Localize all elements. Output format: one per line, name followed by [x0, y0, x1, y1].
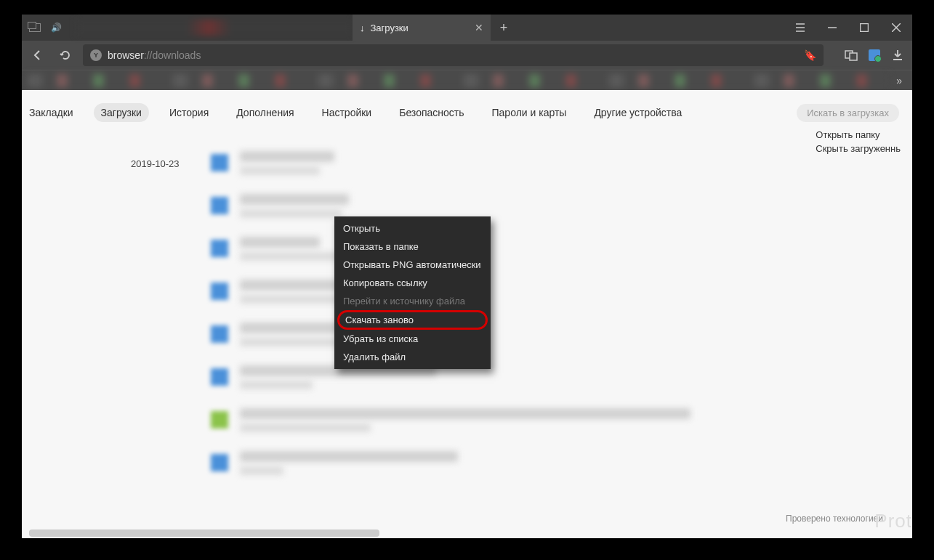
ctx-go-to-source: Перейти к источнику файла: [334, 292, 491, 310]
new-tab-button[interactable]: +: [491, 20, 517, 36]
download-icon: ↓: [360, 23, 365, 33]
svg-rect-0: [861, 24, 869, 32]
close-tab-button[interactable]: ✕: [475, 22, 483, 33]
ctx-open[interactable]: Открыть: [334, 219, 491, 238]
download-item[interactable]: [211, 322, 883, 346]
downloads-icon[interactable]: [889, 46, 906, 64]
menu-security[interactable]: Безопасность: [392, 103, 471, 122]
file-meta-blurred: [240, 423, 371, 432]
download-item[interactable]: [211, 451, 883, 475]
side-actions: Открыть папку Скрыть загруженнь: [816, 129, 901, 157]
minimize-button[interactable]: [816, 15, 848, 41]
adblock-icon[interactable]: [866, 46, 883, 64]
menu-other-devices[interactable]: Другие устройства: [587, 103, 689, 122]
menu-settings[interactable]: Настройки: [315, 103, 379, 122]
bookmarks-blurred[interactable]: [28, 74, 889, 87]
menu-addons[interactable]: Дополнения: [229, 103, 301, 122]
reload-button[interactable]: [55, 45, 76, 65]
date-header: 2019-10-23: [131, 151, 211, 534]
file-icon: [211, 411, 228, 429]
file-meta-blurred: [240, 466, 283, 475]
menu-downloads[interactable]: Загрузки: [94, 103, 149, 122]
volume-icon[interactable]: 🔊: [51, 23, 62, 33]
footer-checked-by: Проверено технологией: [786, 514, 883, 524]
file-meta-blurred: [240, 381, 313, 389]
open-folder-link[interactable]: Открыть папку: [816, 129, 901, 140]
url-text: browser://downloads: [108, 49, 798, 61]
download-item[interactable]: [211, 151, 883, 175]
file-meta-blurred: [240, 166, 320, 175]
download-item[interactable]: [211, 408, 883, 432]
file-name-blurred: [240, 151, 334, 162]
extensions-icon[interactable]: [842, 46, 860, 64]
file-icon: [211, 454, 228, 471]
window-titlebar: 🔊 ↓ Загрузки ✕ +: [22, 15, 912, 41]
file-name-blurred: [240, 451, 458, 462]
search-downloads-input[interactable]: Искать в загрузках: [797, 104, 899, 122]
bookmarks-bar[interactable]: »: [22, 70, 912, 90]
task-view-icon[interactable]: [29, 23, 41, 32]
horizontal-scrollbar[interactable]: [29, 529, 905, 537]
menu-history[interactable]: История: [162, 103, 216, 122]
downloads-list: [211, 151, 883, 534]
hide-downloaded-link[interactable]: Скрыть загруженнь: [816, 143, 901, 154]
settings-menu: Закладки Загрузки История Дополнения Нас…: [22, 90, 912, 129]
file-icon: [211, 154, 228, 171]
svg-rect-2: [850, 53, 857, 60]
file-icon: [211, 368, 228, 386]
close-window-button[interactable]: [880, 15, 912, 41]
download-item[interactable]: [211, 237, 883, 261]
active-tab[interactable]: ↓ Загрузки ✕: [353, 15, 491, 41]
background-tabs-blurred[interactable]: [76, 20, 353, 36]
address-bar-row: Y browser://downloads 🔖: [22, 41, 912, 70]
download-item[interactable]: [211, 280, 883, 304]
ctx-open-png-auto[interactable]: Открывать PNG автоматически: [334, 256, 491, 274]
ctx-show-in-folder[interactable]: Показать в папке: [334, 238, 491, 256]
page-content: Закладки Загрузки История Дополнения Нас…: [22, 90, 912, 538]
address-bar[interactable]: Y browser://downloads 🔖: [83, 44, 824, 66]
file-icon: [211, 283, 228, 300]
file-name-blurred: [240, 194, 349, 205]
file-name-blurred: [240, 408, 691, 419]
ctx-copy-link[interactable]: Копировать ссылку: [334, 274, 491, 292]
context-menu: Открыть Показать в папке Открывать PNG а…: [334, 216, 491, 369]
file-meta-blurred: [240, 252, 342, 261]
file-name-blurred: [240, 237, 320, 248]
file-icon: [211, 325, 228, 343]
file-icon: [211, 197, 228, 214]
file-icon: [211, 240, 228, 257]
ctx-delete-file[interactable]: Удалить файл: [334, 348, 491, 366]
menu-button[interactable]: [784, 15, 816, 41]
menu-bookmarks[interactable]: Закладки: [22, 103, 81, 122]
bookmark-icon[interactable]: 🔖: [804, 49, 816, 61]
back-button[interactable]: [28, 45, 48, 65]
download-item[interactable]: [211, 194, 883, 218]
tab-title: Загрузки: [371, 23, 470, 33]
bookmarks-overflow-icon[interactable]: »: [892, 75, 906, 86]
ctx-download-again[interactable]: Скачать заново: [337, 310, 488, 330]
ctx-remove-from-list[interactable]: Убрать из списка: [334, 330, 491, 348]
menu-passwords[interactable]: Пароли и карты: [485, 103, 574, 122]
maximize-button[interactable]: [848, 15, 880, 41]
file-meta-blurred: [240, 209, 342, 218]
download-item[interactable]: [211, 365, 883, 389]
site-identity-icon[interactable]: Y: [90, 49, 102, 61]
